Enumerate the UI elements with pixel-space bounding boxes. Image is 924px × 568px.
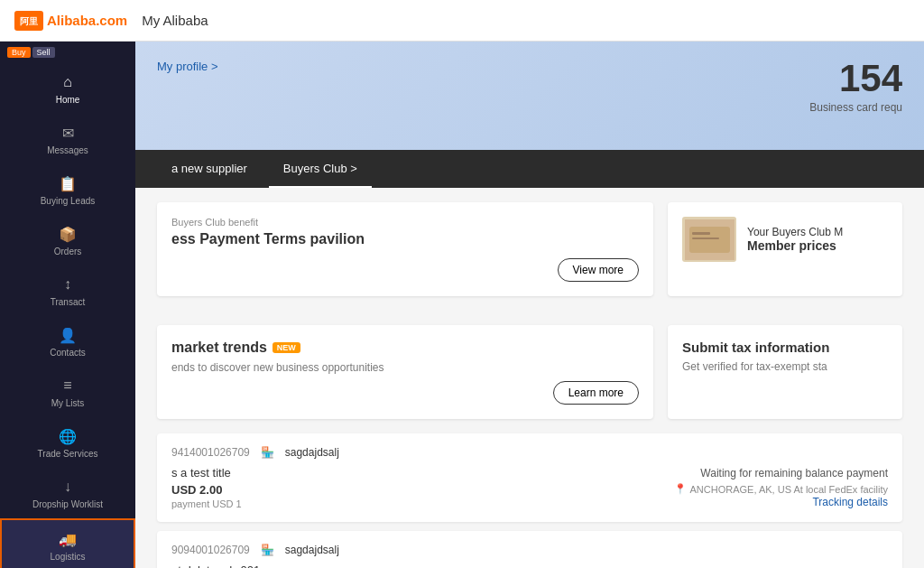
sidebar-item-transact[interactable]: ↕ Transact: [0, 265, 135, 316]
contacts-icon: 👤: [58, 325, 78, 345]
order-location-1: 📍 ANCHORAGE, AK, US At local FedEx facil…: [674, 483, 888, 495]
sidebar-item-logistics[interactable]: 🚚 Logistics Alibaba.com Logistics Search…: [0, 518, 135, 568]
tracking-link-1[interactable]: Tracking details: [812, 496, 888, 508]
sidebar-item-home-label: Home: [56, 95, 80, 105]
buyers-club-image: [682, 217, 736, 262]
content-area: My profile > 154 Business card requ a ne…: [135, 42, 924, 568]
sidebar-item-buying-leads-label: Buying Leads: [41, 196, 96, 206]
tab-buyers-club[interactable]: Buyers Club >: [269, 150, 372, 188]
card-benefit-label: Buyers Club benefit: [171, 217, 639, 228]
store-name-2: sagdajdsalj: [285, 544, 339, 556]
sidebar-item-trade-services[interactable]: 🌐 Trade Services: [0, 417, 135, 468]
order-top-2: 9094001026709 🏪 sagdajdsalj: [171, 544, 888, 556]
home-icon: ⌂: [58, 72, 78, 92]
sidebar-item-my-lists[interactable]: ≡ My Lists: [0, 367, 135, 417]
svg-rect-5: [692, 237, 719, 239]
order-right-info-1: Waiting for remaining balance payment 📍 …: [674, 467, 888, 508]
sidebar-item-trade-services-label: Trade Services: [38, 449, 98, 459]
store-icon-1: 🏪: [261, 446, 274, 459]
market-trends-card: market trends NEW ends to discover new b…: [157, 325, 653, 419]
cards-row-2: market trends NEW ends to discover new b…: [135, 311, 924, 433]
my-profile-link[interactable]: My profile >: [157, 60, 809, 73]
logo-text: Alibaba.com: [47, 13, 127, 28]
order-top-1: 9414001026709 🏪 sagdajdsalj: [171, 446, 888, 459]
trade-services-icon: 🌐: [58, 426, 78, 446]
cards-row-1: Buyers Club benefit ess Payment Terms pa…: [135, 188, 924, 311]
alibaba-icon: 阿里: [14, 11, 43, 31]
sidebar-item-orders[interactable]: 📦 Orders: [0, 215, 135, 265]
order-left-info-2: pt delete cdw001 USD 0.60: [171, 563, 260, 568]
buy-sell-badge: Buy Sell: [0, 42, 135, 63]
order-row-2: 9094001026709 🏪 sagdajdsalj pt delete cd…: [157, 531, 902, 568]
card-side-content: Your Buyers Club M Member prices: [682, 217, 888, 262]
page-title: My Alibaba: [142, 13, 208, 28]
banner-left: My profile >: [157, 60, 809, 91]
svg-text:阿里: 阿里: [20, 16, 38, 26]
order-title-2: pt delete cdw001: [171, 563, 260, 568]
learn-more-button[interactable]: Learn more: [553, 381, 639, 405]
view-more-button[interactable]: View more: [558, 258, 639, 282]
order-payment-1: payment USD 1: [171, 498, 242, 509]
buyers-club-card: Buyers Club benefit ess Payment Terms pa…: [157, 202, 653, 296]
sidebar-item-messages-label: Messages: [47, 145, 88, 155]
main-wrapper: Buy Sell ⌂ Home ✉ Messages 📋 Buying Lead…: [0, 42, 924, 568]
new-badge: NEW: [273, 342, 300, 353]
logo[interactable]: 阿里 Alibaba.com: [14, 11, 127, 31]
your-buyers-club-heading: Your Buyers Club M: [747, 226, 843, 238]
order-location-text-1: ANCHORAGE, AK, US At local FedEx facilit…: [690, 484, 888, 495]
market-trends-subtitle: ends to discover new business opportunit…: [171, 361, 639, 374]
banner-count-label: Business card requ: [809, 101, 902, 114]
top-header: 阿里 Alibaba.com My Alibaba: [0, 0, 924, 42]
sidebar-item-logistics-label: Logistics: [51, 552, 86, 562]
banner-count: 154: [809, 60, 902, 98]
transact-icon: ↕: [58, 275, 78, 294]
order-title-1: s a test title: [171, 466, 242, 480]
order-middle-2: pt delete cdw001 USD 0.60 Waiting for pa…: [171, 563, 888, 568]
market-trends-title: market trends: [171, 340, 267, 356]
market-learn-more-footer: Learn more: [171, 381, 639, 405]
location-pin-icon: 📍: [674, 483, 687, 495]
buy-badge: Buy: [7, 47, 31, 58]
order-id-1: 9414001026709: [171, 446, 250, 459]
buying-leads-icon: 📋: [58, 173, 78, 193]
svg-rect-3: [689, 227, 730, 253]
order-left-info-1: s a test title USD 2.00 payment USD 1: [171, 466, 242, 509]
order-id-2: 9094001026709: [171, 544, 250, 556]
dropship-icon: ↓: [58, 477, 78, 497]
sidebar-item-dropship[interactable]: ↓ Dropship Worklist: [0, 468, 135, 518]
submit-tax-title: Submit tax information: [682, 340, 888, 355]
sidebar-item-buying-leads[interactable]: 📋 Buying Leads: [0, 164, 135, 215]
sidebar-item-my-lists-label: My Lists: [51, 398, 85, 408]
order-price-1: USD 2.00: [171, 483, 242, 497]
member-prices: Member prices: [747, 238, 843, 253]
order-row-1: 9414001026709 🏪 sagdajdsalj s a test tit…: [157, 433, 902, 522]
card-footer: View more: [171, 258, 639, 282]
submit-tax-desc: Get verified for tax-exempt sta: [682, 360, 888, 373]
sidebar-item-orders-label: Orders: [54, 247, 82, 256]
sell-badge: Sell: [32, 47, 55, 58]
tab-new-supplier[interactable]: a new supplier: [157, 150, 262, 188]
store-icon-2: 🏪: [261, 544, 274, 556]
sidebar-item-contacts-label: Contacts: [50, 348, 85, 358]
your-buyers-club-card: Your Buyers Club M Member prices: [668, 202, 902, 296]
messages-icon: ✉: [58, 123, 78, 143]
sidebar-item-dropship-label: Dropship Worklist: [32, 499, 103, 509]
card-payment-title: ess Payment Terms pavilion: [171, 231, 639, 247]
sidebar-item-home[interactable]: ⌂ Home: [0, 63, 135, 114]
orders-icon: 📦: [58, 224, 78, 244]
svg-rect-4: [692, 232, 710, 235]
order-middle-1: s a test title USD 2.00 payment USD 1 Wa…: [171, 466, 888, 509]
sidebar-item-transact-label: Transact: [51, 297, 86, 307]
sidebar: Buy Sell ⌂ Home ✉ Messages 📋 Buying Lead…: [0, 42, 135, 568]
logistics-icon: 🚚: [58, 529, 78, 549]
banner-right: 154 Business card requ: [809, 60, 902, 114]
sidebar-item-messages[interactable]: ✉ Messages: [0, 114, 135, 164]
orders-section: 9414001026709 🏪 sagdajdsalj s a test tit…: [135, 433, 924, 568]
my-lists-icon: ≡: [58, 376, 78, 396]
store-name-1: sagdajdsalj: [285, 446, 339, 459]
sidebar-item-contacts[interactable]: 👤 Contacts: [0, 316, 135, 367]
order-status-1: Waiting for remaining balance payment: [674, 467, 888, 480]
card-side-text: Your Buyers Club M Member prices: [747, 226, 843, 253]
blue-banner: My profile > 154 Business card requ: [135, 42, 924, 150]
submit-tax-card: Submit tax information Get verified for …: [668, 325, 902, 419]
